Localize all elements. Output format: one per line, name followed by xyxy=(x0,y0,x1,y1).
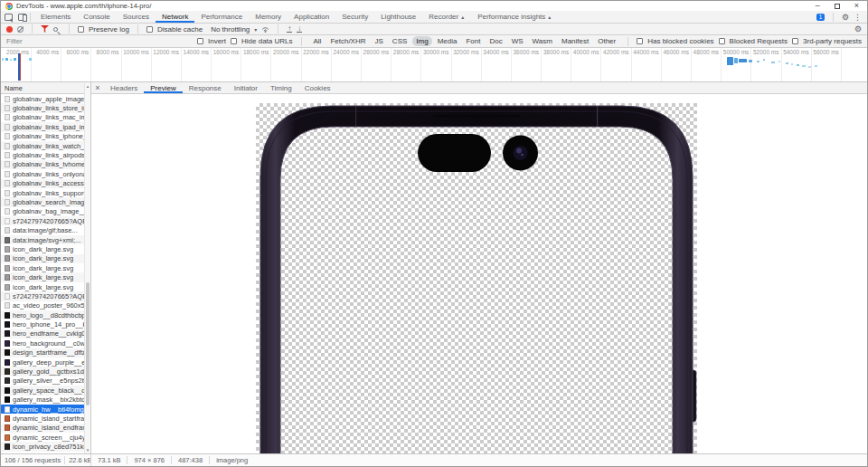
devtools-tab-sources[interactable]: Sources xyxy=(117,11,156,23)
request-row[interactable]: s72427974207665?AQB=1&p xyxy=(1,291,90,300)
request-row[interactable]: dynamic_island_startframe__c xyxy=(1,414,90,423)
filter-type-css[interactable]: CSS xyxy=(389,36,410,46)
inspect-element-icon[interactable] xyxy=(5,14,13,21)
request-row[interactable]: dynamic_screen__cju4yfobexv xyxy=(1,433,90,442)
request-row[interactable]: icon_dark_large.svg xyxy=(1,263,90,272)
request-row[interactable]: gallery_space_black__dnuomb xyxy=(1,386,90,395)
request-row[interactable]: hero_logo__d8cdthbcbp8i_lar xyxy=(1,310,90,319)
chevron-down-icon[interactable]: ▾ xyxy=(254,26,257,33)
hide-data-urls-checkbox[interactable] xyxy=(231,38,237,44)
close-detail-icon[interactable]: × xyxy=(91,82,104,93)
request-row[interactable]: data:image/gif;base... xyxy=(1,225,90,234)
request-row[interactable]: s72427974207665?AQB=1&in xyxy=(1,216,90,225)
requests-scrollbar[interactable]: ▲ ▼ xyxy=(84,82,90,453)
scrollbar-thumb[interactable] xyxy=(86,282,90,405)
devtools-tab-lighthouse[interactable]: Lighthouse xyxy=(374,11,422,23)
scroll-down-icon[interactable]: ▼ xyxy=(85,446,90,453)
network-conditions-icon[interactable] xyxy=(261,25,269,33)
request-row[interactable]: hero_background__c0w6qmq xyxy=(1,338,90,348)
filter-type-doc[interactable]: Doc xyxy=(486,36,505,46)
request-row[interactable]: gallery_deep_purple__eog5f5. xyxy=(1,357,90,367)
request-row[interactable]: globalnav_bag_image__yzte5l xyxy=(1,207,90,216)
request-row[interactable]: icon_dark_large.svg xyxy=(1,272,90,281)
detail-tab-headers[interactable]: Headers xyxy=(104,82,144,93)
request-row[interactable]: globalnav_links_iphone_imag xyxy=(1,132,90,141)
issues-badge[interactable]: 1 xyxy=(816,14,825,21)
request-row[interactable]: globalnav_links_watch_image xyxy=(1,141,90,150)
request-row[interactable]: globalnav_search_image__cbl xyxy=(1,197,90,206)
blocked-requests-checkbox[interactable] xyxy=(719,38,725,44)
request-row[interactable]: globalnav_apple_image__b5e xyxy=(1,94,90,103)
search-icon[interactable] xyxy=(53,27,58,32)
more-menu-icon[interactable]: ⋮ xyxy=(854,13,862,22)
request-row[interactable]: globalnav_links_support_imag xyxy=(1,188,90,197)
network-settings-gear-icon[interactable]: ⚙ xyxy=(854,24,862,33)
devtools-tab-network[interactable]: Network xyxy=(156,11,194,23)
export-har-icon[interactable]: ↓ xyxy=(297,25,302,33)
devtools-tab-memory[interactable]: Memory xyxy=(249,11,288,23)
filter-type-media[interactable]: Media xyxy=(434,36,461,46)
name-column-header[interactable]: Name xyxy=(1,82,90,94)
request-row[interactable]: globalnav_links_mac_image__ xyxy=(1,113,90,122)
preserve-log-checkbox[interactable] xyxy=(78,26,84,33)
import-har-icon[interactable]: ↑ xyxy=(287,25,292,33)
throttling-select[interactable]: No throttling xyxy=(211,25,250,33)
invert-checkbox[interactable] xyxy=(197,38,203,44)
filter-type-js[interactable]: JS xyxy=(372,36,387,46)
disable-cache-checkbox[interactable] xyxy=(146,26,153,33)
request-row[interactable]: globalnav_links_ipad_image__ xyxy=(1,122,90,131)
clear-icon[interactable] xyxy=(17,26,24,33)
request-row[interactable]: data:image/svg+xml;... xyxy=(1,235,90,244)
request-row[interactable]: globalnav_links_tvhome_imag xyxy=(1,160,90,169)
filter-type-other[interactable]: Other xyxy=(594,36,619,46)
filter-type-all[interactable]: All xyxy=(310,36,326,46)
filter-funnel-icon[interactable] xyxy=(41,25,49,33)
has-blocked-cookies-checkbox[interactable] xyxy=(637,38,643,44)
detail-tab-response[interactable]: Response xyxy=(183,82,228,93)
network-overview-timeline[interactable]: 2000 ms4000 ms6000 ms8000 ms10000 ms1200… xyxy=(1,48,867,82)
filter-type-fetchxhr[interactable]: Fetch/XHR xyxy=(326,36,369,46)
request-row[interactable]: ac_video_poster_960x540.jpg xyxy=(1,301,90,310)
detail-tab-preview[interactable]: Preview xyxy=(144,82,182,93)
close-button[interactable]: × xyxy=(854,2,859,10)
detail-tab-cookies[interactable]: Cookies xyxy=(298,82,337,93)
detail-tab-initiator[interactable]: Initiator xyxy=(228,82,264,93)
filter-type-ws[interactable]: WS xyxy=(508,36,527,46)
request-row[interactable]: dynamic_hw__btl4fomgnpyu_ xyxy=(1,405,90,414)
filter-type-manifest[interactable]: Manifest xyxy=(558,36,592,46)
filter-type-font[interactable]: Font xyxy=(462,36,484,46)
request-row[interactable]: gallery_silver__e5nps2bqzt26. xyxy=(1,376,90,386)
devtools-tab-console[interactable]: Console xyxy=(77,11,116,23)
filter-type-img[interactable]: Img xyxy=(412,36,431,46)
devtools-tab-application[interactable]: Application xyxy=(288,11,335,23)
devtools-tab-performance[interactable]: Performance xyxy=(194,11,249,23)
scroll-up-icon[interactable]: ▲ xyxy=(85,82,90,90)
request-row[interactable]: gallery_gold__gctbxs1dpb6m xyxy=(1,367,90,376)
maximize-button[interactable] xyxy=(835,4,840,9)
request-row[interactable]: icon_dark_large.svg xyxy=(1,244,90,253)
detail-tab-timing[interactable]: Timing xyxy=(264,82,298,93)
request-row[interactable]: hero_endframe__cvklg0xk3w6 xyxy=(1,329,90,338)
request-row[interactable]: icon_dark_large.svg xyxy=(1,254,90,263)
record-button[interactable] xyxy=(6,26,13,33)
filter-type-wasm[interactable]: Wasm xyxy=(529,36,556,46)
request-row[interactable]: dynamic_island_endframe__ej xyxy=(1,424,90,433)
request-row[interactable]: design_startframe__dffzvjeyrc xyxy=(1,348,90,357)
device-toolbar-icon[interactable] xyxy=(18,14,26,21)
devtools-tab-security[interactable]: Security xyxy=(335,11,374,23)
settings-gear-icon[interactable]: ⚙ xyxy=(842,13,849,22)
minimize-button[interactable]: – xyxy=(816,2,820,10)
request-row[interactable]: globalnav_links_onlyonapple_ xyxy=(1,169,90,178)
devtools-tab-recorder[interactable]: Recorder▲ xyxy=(422,11,471,23)
devtools-tab-elements[interactable]: Elements xyxy=(34,11,77,23)
request-row[interactable]: icon_dark_large.svg xyxy=(1,282,90,291)
request-row[interactable]: globalnav_links_store_image_ xyxy=(1,103,90,112)
request-row[interactable]: icon_privacy_c8ed751kid4v_l xyxy=(1,442,90,451)
filter-input[interactable] xyxy=(6,37,193,45)
request-row[interactable]: hero_iphone_14_pro__kzr001. xyxy=(1,319,90,329)
request-row[interactable]: globalnav_links_accessories_i xyxy=(1,179,90,188)
request-row[interactable]: gallery_mask__bix2kbtcs6ly_la xyxy=(1,396,90,405)
devtools-tab-performance-insights[interactable]: Performance insights▲ xyxy=(471,11,558,23)
request-row[interactable]: globalnav_links_airpods_imag xyxy=(1,150,90,159)
third-party-checkbox[interactable] xyxy=(792,38,798,44)
